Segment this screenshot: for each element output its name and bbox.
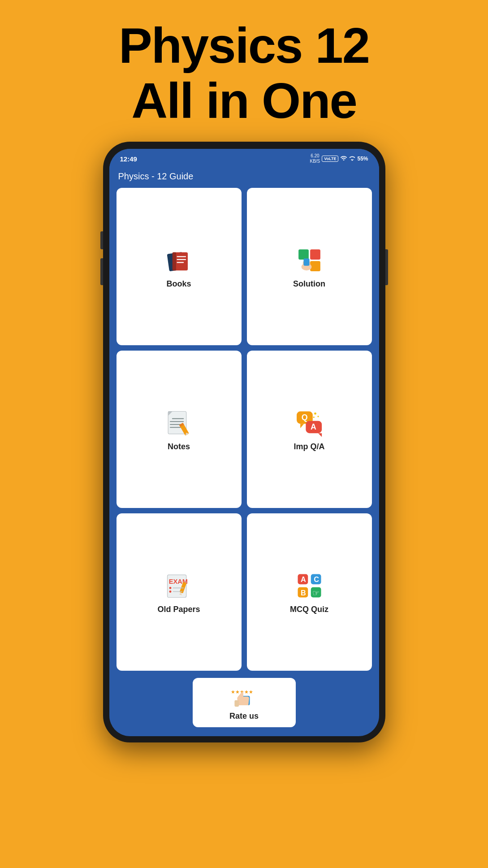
mcq-icon: A C B ☞ — [294, 570, 325, 601]
notes-icon — [163, 407, 194, 438]
card-notes[interactable]: Notes — [117, 351, 242, 508]
status-icons: 6.20 KB/S VoLTE 55% — [310, 153, 368, 164]
hero-title: Physics 12 All in One — [119, 0, 369, 142]
card-impqa[interactable]: Q A Imp — [247, 351, 372, 508]
svg-rect-6 — [298, 249, 309, 260]
side-button-volume-up — [100, 231, 103, 249]
svg-rect-8 — [310, 261, 320, 271]
svg-text:C: C — [314, 575, 319, 583]
svg-point-27 — [317, 416, 319, 417]
phone-screen: 12:49 6.20 KB/S VoLTE 55% — [109, 149, 379, 736]
grid-row-3: EXAM Old Papers — [117, 513, 372, 671]
app-header-title: Physics - 12 Guide — [118, 171, 194, 181]
main-grid: Books — [109, 188, 379, 678]
card-rateus[interactable]: ★★★★★ Rate us — [193, 678, 296, 727]
svg-text:Q: Q — [301, 413, 307, 422]
svg-rect-2 — [172, 252, 176, 271]
wifi-icon — [340, 155, 347, 163]
bottom-row: ★★★★★ Rate us — [109, 678, 379, 736]
status-time: 12:49 — [120, 155, 137, 163]
volte-badge: VoLTE — [322, 156, 338, 162]
rate-icon: ★★★★★ — [229, 684, 259, 709]
svg-rect-11 — [303, 258, 309, 265]
card-mcqquiz-label: MCQ Quiz — [290, 605, 328, 614]
svg-point-35 — [169, 590, 171, 593]
card-oldpapers[interactable]: EXAM Old Papers — [117, 513, 242, 671]
card-rateus-label: Rate us — [229, 712, 259, 721]
svg-marker-22 — [300, 424, 304, 428]
card-solution[interactable]: Solution — [247, 188, 372, 345]
qa-icon: Q A — [294, 407, 325, 438]
svg-marker-25 — [318, 433, 322, 437]
svg-point-26 — [314, 412, 316, 415]
phone-outer-shell: 12:49 6.20 KB/S VoLTE 55% — [103, 142, 385, 742]
card-books-label: Books — [166, 279, 191, 289]
books-icon — [163, 244, 194, 276]
network-speed: 6.20 KB/S — [310, 153, 320, 164]
signal-icon — [349, 155, 355, 162]
grid-row-2: Notes Q A — [117, 351, 372, 508]
svg-text:A: A — [310, 422, 316, 431]
grid-row-1: Books — [117, 188, 372, 345]
svg-text:☞: ☞ — [312, 589, 320, 598]
svg-point-28 — [313, 417, 314, 418]
app-header: Physics - 12 Guide — [109, 167, 379, 188]
battery-text: 55% — [357, 156, 368, 162]
card-oldpapers-label: Old Papers — [157, 605, 200, 614]
card-books[interactable]: Books — [117, 188, 242, 345]
svg-rect-7 — [310, 249, 320, 260]
exam-icon: EXAM — [163, 570, 194, 601]
status-bar: 12:49 6.20 KB/S VoLTE 55% — [109, 149, 379, 167]
solution-icon — [294, 244, 325, 276]
card-notes-label: Notes — [168, 442, 190, 451]
side-button-power — [385, 249, 388, 285]
svg-text:B: B — [301, 589, 306, 597]
card-mcqquiz[interactable]: A C B ☞ MCQ Quiz — [247, 513, 372, 671]
svg-text:A: A — [301, 575, 306, 583]
side-button-volume-down — [100, 258, 103, 285]
card-impqa-label: Imp Q/A — [294, 442, 324, 451]
card-solution-label: Solution — [293, 279, 325, 289]
phone-mockup: 12:49 6.20 KB/S VoLTE 55% — [103, 142, 385, 742]
svg-point-33 — [169, 587, 171, 589]
svg-rect-47 — [234, 700, 239, 707]
